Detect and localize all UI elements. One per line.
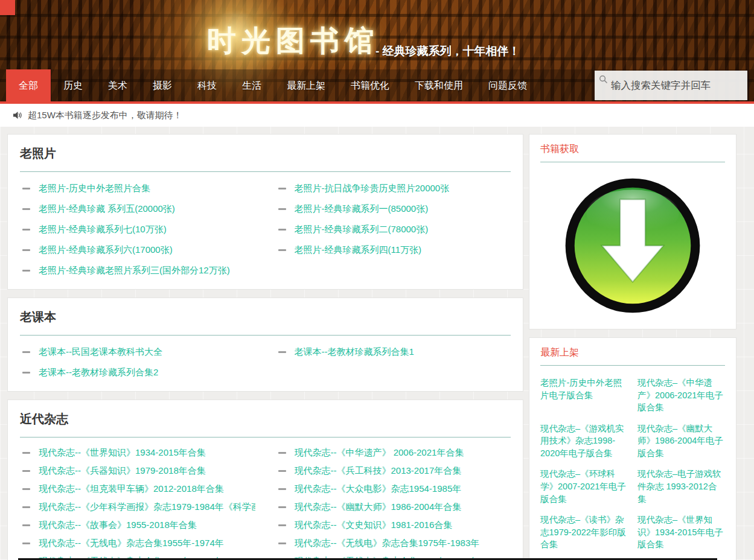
section-rule <box>20 437 511 438</box>
list-item: 现代杂志--《无线电》杂志合集1955年-1974年 <box>20 534 255 552</box>
dash-icon <box>22 488 30 490</box>
list-item: 老照片-经典珍藏系列四(11万张) <box>276 240 511 260</box>
section-title: 近代杂志 <box>20 411 511 427</box>
list-item: 老课本--老教材珍藏系列合集1 <box>276 342 511 362</box>
list-item: 现代杂志--《无线电》杂志合集1975年-1983年 <box>276 534 511 552</box>
download-card-title: 书籍获取 <box>540 143 725 156</box>
list-item: 老照片-抗日战争珍贵历史照片20000张 <box>276 178 511 199</box>
book-link[interactable]: 现代杂志--《无线电》杂志合集1975年-1983年 <box>295 538 480 549</box>
dash-icon <box>278 208 286 210</box>
header-banner: 时光图书馆 - 经典珍藏系列，十年相伴！ 全部历史美术摄影科技生活最新上架书籍优… <box>0 0 754 104</box>
book-link[interactable]: 现代杂志--《世界知识》1934-2015年合集 <box>39 447 206 459</box>
book-link[interactable]: 老课本--民国老课本教科书大全 <box>39 346 162 358</box>
search-input[interactable] <box>595 71 747 100</box>
dash-icon <box>22 372 30 374</box>
list-item: 老照片-经典珍藏系列七(10万张) <box>20 219 255 240</box>
dash-icon <box>278 488 286 490</box>
nav-item[interactable]: 科技 <box>185 69 229 101</box>
dash-icon <box>22 542 30 544</box>
latest-link[interactable]: 现代杂志–《读书》杂志1979-2022年影印版合集 <box>540 514 628 551</box>
latest-grid: 老照片-历史中外老照片电子版合集现代杂志–《中华遗产》2006-2021年电子版… <box>540 372 725 560</box>
section-rule <box>20 171 511 172</box>
list-item: 老照片-经典珍藏系列二(78000张) <box>276 219 511 240</box>
book-link[interactable]: 现代杂志--《少年科学画报》杂志1979-1984年《科学画报》 <box>39 501 255 513</box>
dash-icon <box>22 470 30 472</box>
nav-item[interactable]: 问题反馈 <box>476 69 540 101</box>
latest-link[interactable]: 现代杂志–《中华遗产》2006-2021年电子版合集 <box>637 377 725 414</box>
dash-icon <box>22 524 30 526</box>
corner-badge <box>0 0 15 15</box>
nav-item[interactable]: 全部 <box>6 69 51 101</box>
site-tagline: - 经典珍藏系列，十年相伴！ <box>375 43 520 59</box>
book-link[interactable]: 老课本--老教材珍藏系列合集2 <box>39 367 158 378</box>
book-link[interactable]: 老照片-经典珍藏 系列五(20000张) <box>39 203 175 215</box>
download-card-rule <box>540 162 725 162</box>
nav-item[interactable]: 生活 <box>229 69 274 101</box>
list-item: 老照片-经典珍藏系列六(17000张) <box>20 240 255 260</box>
list-item: 现代杂志--《中华遗产》 2006-2021年合集 <box>276 444 511 462</box>
dash-icon <box>278 506 286 508</box>
nav-item[interactable]: 书籍优化 <box>338 69 402 101</box>
list-item: 现代杂志--《故事会》1955-2018年合集 <box>20 516 255 534</box>
latest-link[interactable]: 现代杂志–《世界知识》1934-2015年电子版合集 <box>637 514 725 551</box>
latest-link[interactable]: 现代杂志–电子游戏软件杂志 1993-2012合集 <box>637 468 725 505</box>
book-link[interactable]: 现代杂志--《大众电影》杂志1954-1985年 <box>295 483 462 495</box>
section-card: 老照片 老照片-历史中外老照片合集 老照片-经典珍藏 系列五(20000张) 老… <box>7 134 523 290</box>
dash-icon <box>22 249 30 251</box>
book-link[interactable]: 老课本--老教材珍藏系列合集1 <box>295 346 414 358</box>
book-link[interactable]: 老照片-经典珍藏系列六(17000张) <box>39 244 173 256</box>
list-item: 老照片-历史中外老照片合集 <box>20 178 255 199</box>
list-item: 老照片-经典珍藏 系列五(20000张) <box>20 199 255 219</box>
section-card: 老课本 老课本--民国老课本教科书大全 老课本--老教材珍藏系列合集2 老课本-… <box>7 298 523 392</box>
book-link[interactable]: 老照片-经典珍藏系列一(85000张) <box>295 203 429 215</box>
book-link[interactable]: 现代杂志--《故事会》1955-2018年合集 <box>39 520 197 531</box>
nav-item[interactable]: 美术 <box>95 69 140 101</box>
dash-icon <box>22 188 30 189</box>
book-link[interactable]: 现代杂志--《中华遗产》 2006-2021年合集 <box>295 447 464 459</box>
dash-icon <box>22 270 30 272</box>
section-rule <box>20 335 511 336</box>
dash-icon <box>278 542 286 544</box>
dash-icon <box>278 470 286 472</box>
book-link[interactable]: 老照片-历史中外老照片合集 <box>39 183 150 194</box>
nav-item[interactable]: 最新上架 <box>274 69 338 101</box>
dash-icon <box>22 208 30 210</box>
nav-item[interactable]: 摄影 <box>140 69 185 101</box>
nav-item[interactable]: 历史 <box>51 69 95 101</box>
dash-icon <box>22 229 30 231</box>
dash-icon <box>278 524 286 526</box>
link-list: 现代杂志--《世界知识》1934-2015年合集 现代杂志--《兵器知识》197… <box>20 444 511 560</box>
book-link[interactable]: 现代杂志--《无线电》杂志合集1955年-1974年 <box>39 538 224 549</box>
book-link[interactable]: 现代杂志--《兵器知识》1979-2018年合集 <box>39 465 206 477</box>
book-link[interactable]: 现代杂志--《坦克装甲车辆》2012-2018年合集 <box>39 483 224 495</box>
latest-link[interactable]: 现代杂志–《幽默大师》1986-2004年电子版合集 <box>637 422 725 460</box>
speaker-icon <box>13 110 22 120</box>
list-item: 现代杂志--《兵器知识》1979-2018年合集 <box>20 462 255 480</box>
book-link[interactable]: 老照片-经典珍藏系列四(11万张) <box>295 244 422 256</box>
book-link[interactable]: 老照片-经典珍藏系列二(78000张) <box>295 224 429 235</box>
dash-icon <box>22 506 30 508</box>
list-item: 现代杂志--《幽默大师》1986-2004年合集 <box>276 498 511 516</box>
search-icon <box>599 75 608 84</box>
search-box <box>595 71 747 100</box>
download-arrow-icon[interactable] <box>563 176 703 316</box>
announcement-bar: 超15W本书籍逐步发布中，敬请期待！ <box>0 104 754 127</box>
book-link[interactable]: 老照片-经典珍藏系列七(10万张) <box>39 224 167 235</box>
book-link[interactable]: 现代杂志--《幽默大师》1986-2004年合集 <box>295 501 462 513</box>
list-item: 老照片-经典珍藏老照片系列三(国外部分12万张) <box>20 260 255 281</box>
latest-link[interactable]: 老照片-历史中外老照片电子版合集 <box>540 377 628 414</box>
book-link[interactable]: 老照片-经典珍藏老照片系列三(国外部分12万张) <box>39 265 230 276</box>
main-column: 老照片 老照片-历史中外老照片合集 老照片-经典珍藏 系列五(20000张) 老… <box>7 134 523 560</box>
link-list: 老照片-历史中外老照片合集 老照片-经典珍藏 系列五(20000张) 老照片-经… <box>20 178 511 281</box>
download-card: 书籍获取 <box>529 134 736 329</box>
book-link[interactable]: 现代杂志--《兵工科技》2013-2017年合集 <box>295 465 462 477</box>
book-link[interactable]: 现代杂志--《文史知识》1981-2016合集 <box>295 520 453 531</box>
latest-link[interactable]: 现代杂志–《环球科学》2007-2021年电子版合集 <box>540 468 628 505</box>
list-item: 现代杂志--《少年科学画报》杂志1979-1984年《科学画报》 <box>20 498 255 516</box>
list-item: 现代杂志--《大众电影》杂志1954-1985年 <box>276 480 511 498</box>
list-item: 现代杂志--《兵工科技》2013-2017年合集 <box>276 462 511 480</box>
dash-icon <box>278 351 286 353</box>
book-link[interactable]: 老照片-抗日战争珍贵历史照片20000张 <box>295 183 450 194</box>
latest-link[interactable]: 现代杂志–《游戏机实用技术》杂志1998-2020年电子版合集 <box>540 422 628 460</box>
nav-item[interactable]: 下载和使用 <box>402 69 476 101</box>
